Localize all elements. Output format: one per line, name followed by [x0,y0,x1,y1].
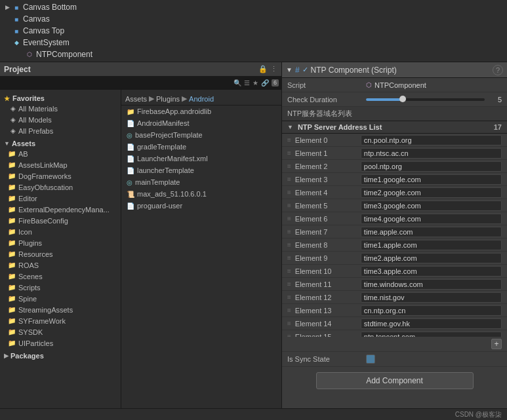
file-item-gradle-template[interactable]: 📄gradleTemplate [121,141,281,153]
search-input[interactable] [3,79,233,87]
drag-handle[interactable]: ≡ [287,202,291,209]
element-value[interactable]: time2.apple.com [361,253,502,263]
file-item-base-project-template[interactable]: ◎baseProjectTemplate [121,129,281,141]
drag-handle[interactable]: ≡ [287,280,291,288]
sidebar-item-sy-framework[interactable]: 📁SYFrameWork [0,315,121,326]
drag-handle[interactable]: ≡ [287,149,291,157]
sidebar-item-streaming-assets[interactable]: 📁StreamingAssets [0,304,121,315]
add-component-button[interactable]: Add Component [316,372,474,389]
file-item-max-ads[interactable]: 📜max_ads_51.10.6.0.1 [121,188,281,200]
element-value[interactable]: cn.ntp.org.cn [361,305,502,316]
breadcrumb-current[interactable]: Android [189,95,214,103]
drag-handle[interactable]: ≡ [287,162,291,170]
element-label: Element 4 [295,189,361,197]
drag-handle[interactable]: ≡ [287,307,291,314]
element-value[interactable]: stdtime.gov.hk [361,318,502,329]
star-filter-icon[interactable]: ★ [253,79,258,86]
drag-handle[interactable]: ≡ [287,176,291,183]
drag-handle[interactable]: ≡ [287,136,291,143]
gradle-icon: 📄 [127,143,134,151]
element-value[interactable]: time.windows.com [361,279,502,290]
sidebar-item-dog-frameworks[interactable]: 📁DogFrameworks [0,170,121,181]
element-value[interactable]: time2.google.com [361,187,502,198]
drag-handle[interactable]: ≡ [287,254,291,261]
file-item-firebase-app[interactable]: 📁FirebaseApp.androidlib [121,105,281,117]
drag-handle[interactable]: ≡ [287,228,291,235]
sidebar-item-assets-link-map[interactable]: 📁AssetsLinkMap [0,159,121,170]
element-value[interactable]: time1.google.com [361,174,502,185]
search-icon[interactable]: 🔍 [233,79,241,86]
drag-handle[interactable]: ≡ [287,320,291,327]
sidebar-item-easy-obfuscation[interactable]: 📁EasyObfuscation [0,181,121,193]
hierarchy-item-event-system[interactable]: ◆ EventSystem [0,37,507,48]
sidebar-item-sysdk[interactable]: 📁SYSDK [0,326,121,337]
drag-handle[interactable]: ≡ [287,333,291,337]
file-item-android-manifest[interactable]: 📄AndroidManifest [121,117,281,129]
script-file-icon: ⬡ [366,81,372,88]
element-value[interactable]: time.nist.gov [361,292,502,303]
drag-handle[interactable]: ≡ [287,241,291,248]
expand-icon[interactable]: ▼ [286,66,293,73]
file-item-launcher-manifest[interactable]: 📄LauncherManifest.xml [121,153,281,164]
element-value[interactable]: cn.pool.ntp.org [361,135,502,145]
menu-icon[interactable]: ⋮ [270,65,277,73]
sidebar-item-scripts[interactable]: 📁Scripts [0,282,121,293]
save-search-icon[interactable]: 🔗 [261,79,269,86]
sidebar-item-scenes[interactable]: 📁Scenes [0,271,121,282]
element-value[interactable]: time1.apple.com [361,240,502,250]
element-value[interactable]: time3.google.com [361,200,502,211]
sidebar-item-external-dependency[interactable]: 📁ExternalDependencyMana... [0,204,121,215]
element-value[interactable]: ntp.ntsc.ac.cn [361,148,502,159]
sidebar-item-spine[interactable]: 📁Spine [0,293,121,304]
hierarchy-item-canvas[interactable]: ■ Canvas [0,13,507,25]
help-icon[interactable]: ? [493,65,503,75]
cs-icon: 📜 [127,191,134,198]
hierarchy-item-canvas-top[interactable]: ■ Canvas Top [0,25,507,37]
collapse-icon[interactable]: ▼ [4,140,10,147]
sidebar-item-firebase-config[interactable]: 📁FireBaseConfig [0,215,121,226]
breadcrumb-part-2[interactable]: Plugins [156,95,180,103]
slider-track[interactable] [366,98,485,101]
drag-handle[interactable]: ≡ [287,189,291,196]
hierarchy-item-ntp-component[interactable]: ⬡ NTPComponent [0,48,507,60]
drag-handle[interactable]: ≡ [287,294,291,301]
ntp-cn-label: NTP服务器域名列表 [282,107,507,121]
cube-icon: ■ [12,14,21,24]
lock-icon[interactable]: 🔒 [258,65,268,73]
sidebar-item-ui-particles[interactable]: 📁UIParticles [0,337,121,349]
ntp-collapse-icon[interactable]: ▼ [287,124,293,130]
slider-container[interactable]: 5 [366,96,502,104]
sidebar-item-plugins[interactable]: 📁Plugins [0,237,121,248]
sidebar-item-resources[interactable]: 📁Resources [0,248,121,259]
hierarchy-label: Canvas [23,14,50,24]
element-value[interactable]: ntp.tencent.com [361,332,502,337]
element-value[interactable]: time.apple.com [361,227,502,237]
sidebar-item-all-models[interactable]: ◈ All Models [0,114,121,125]
check-icon[interactable]: ✓ [302,66,308,74]
sidebar-item-icon[interactable]: 📁Icon [0,226,121,237]
sidebar-label: All Models [18,116,52,124]
component-icon: ⬡ [25,50,34,59]
sidebar-item-editor[interactable]: 📁Editor [0,193,121,204]
file-item-launcher-template[interactable]: 📄launcherTemplate [121,164,281,176]
sidebar-item-all-materials[interactable]: ◈ All Materials [0,103,121,114]
element-value[interactable]: time3.apple.com [361,266,502,277]
slider-handle[interactable] [399,96,406,102]
file-item-proguard-user[interactable]: 📄proguard-user [121,200,281,212]
sidebar-item-ab[interactable]: 📁AB [0,148,121,159]
file-item-main-template[interactable]: ◎mainTemplate [121,176,281,188]
element-value[interactable]: time4.google.com [361,214,502,224]
drag-handle[interactable]: ≡ [287,215,291,222]
sidebar-item-roas[interactable]: 📁ROAS [0,259,121,271]
add-element-button[interactable]: + [491,339,502,349]
element-value[interactable]: pool.ntp.org [361,161,502,172]
sidebar-item-all-prefabs[interactable]: ◈ All Prefabs [0,125,121,136]
sync-state-checkbox[interactable] [366,354,375,364]
filter-icon[interactable]: ☰ [244,79,250,86]
sidebar-item-packages[interactable]: ▶ Packages [0,350,121,361]
breadcrumb-part-1[interactable]: Assets [125,95,147,103]
folder-icon: 📁 [8,183,16,191]
ntp-element-10: ≡ Element 10 time3.apple.com [282,265,507,278]
hierarchy-item-canvas-bottom[interactable]: ▶ ■ Canvas Bottom [0,1,507,13]
drag-handle[interactable]: ≡ [287,267,291,275]
